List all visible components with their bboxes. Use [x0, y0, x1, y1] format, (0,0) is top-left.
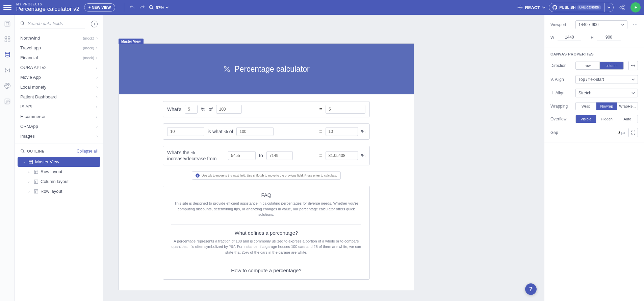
wrapping-group: WrapNowrapWrapRe... [575, 102, 638, 110]
rail-views-icon[interactable] [3, 20, 11, 28]
svg-line-1 [152, 8, 153, 9]
help-button[interactable]: ? [525, 283, 537, 295]
svg-point-5 [623, 5, 624, 7]
overflow-option[interactable]: Hidden [596, 115, 617, 123]
gap-input[interactable] [604, 129, 620, 136]
viewport-more-icon[interactable]: ⋯ [633, 22, 638, 27]
row1-input-1[interactable] [185, 105, 198, 114]
calc-row-2: is what % of = % [163, 123, 370, 140]
tree-item[interactable]: ›Row layout [18, 167, 100, 177]
chevron-right-icon: › [96, 114, 98, 119]
percent-symbol: % [361, 129, 365, 134]
data-source-name: Images [20, 134, 35, 139]
data-source-name: Movie App [20, 75, 41, 80]
menu-icon[interactable] [3, 3, 11, 11]
row2-result[interactable] [326, 127, 358, 136]
halign-value: Stretch [578, 91, 591, 95]
data-source-item[interactable]: E-commerce› [15, 112, 103, 121]
svg-line-23 [23, 24, 25, 25]
row1-input-2[interactable] [216, 105, 242, 114]
data-source-item[interactable]: Movie App› [15, 72, 103, 82]
row3-input-1[interactable] [228, 151, 256, 160]
rail-components-icon[interactable] [3, 35, 11, 43]
tree-item-label: Master View [35, 159, 59, 164]
share-icon[interactable] [618, 4, 626, 11]
mock-badge: (mock) [83, 36, 94, 40]
search-input[interactable] [20, 20, 85, 28]
svg-line-38 [225, 67, 229, 71]
add-data-button[interactable]: + [91, 21, 98, 27]
data-source-item[interactable]: Financial(mock)› [15, 53, 103, 63]
row3-result[interactable] [326, 151, 358, 160]
svg-line-8 [621, 6, 623, 7]
project-block[interactable]: MY PROJECTS Percentage calculator v2 [16, 2, 79, 13]
new-view-button[interactable]: + NEW VIEW [84, 3, 115, 11]
width-input[interactable] [558, 34, 581, 41]
svg-point-22 [21, 22, 24, 24]
canvas-frame[interactable]: Percentage calculator What's % of = [119, 43, 414, 290]
wrapping-option[interactable]: WrapRe... [617, 102, 638, 110]
width-label: W [550, 35, 554, 40]
data-source-item[interactable]: IS API› [15, 102, 103, 112]
svg-rect-13 [8, 37, 10, 39]
valign-select[interactable]: Top / flex-start [575, 75, 638, 84]
data-source-item[interactable]: Travel app(mock)› [15, 43, 103, 53]
rail-variables-icon[interactable] [3, 66, 11, 74]
tree-chevron-icon: › [28, 170, 32, 174]
wrapping-option[interactable]: Wrap [576, 102, 596, 110]
data-source-item[interactable]: Patient Dashboard› [15, 92, 103, 102]
play-button[interactable] [630, 2, 641, 13]
direction-option[interactable]: row [576, 62, 600, 69]
viewport-select[interactable]: 1440 x 900 [575, 20, 627, 29]
layout-icon [28, 160, 33, 164]
svg-point-40 [228, 70, 230, 72]
framework-dropdown[interactable]: REACT [517, 5, 545, 10]
tree-item[interactable]: ⌄Master View [18, 157, 100, 167]
row3-input-2[interactable] [266, 151, 293, 160]
direction-label: Direction [550, 63, 572, 68]
collapse-all-link[interactable]: Collapse all [77, 149, 98, 154]
height-input[interactable] [597, 34, 621, 41]
svg-rect-26 [29, 160, 33, 164]
zoom-value: 67% [155, 5, 164, 10]
chevron-right-icon: › [96, 65, 98, 70]
halign-select[interactable]: Stretch [575, 89, 638, 97]
publish-dropdown[interactable] [604, 3, 613, 12]
chevron-right-icon: › [96, 46, 98, 50]
swap-direction-button[interactable] [628, 61, 638, 70]
row1-result[interactable] [326, 105, 365, 114]
row2-input-1[interactable] [167, 127, 204, 136]
publish-button[interactable]: PUBLISH UNLICENSED [549, 5, 604, 10]
tree-item[interactable]: ›Row layout [18, 186, 100, 196]
rail-theme-icon[interactable] [3, 82, 11, 90]
svg-rect-10 [5, 21, 10, 26]
data-source-name: OURA API v2 [20, 65, 47, 70]
redo-icon[interactable] [138, 4, 146, 11]
valign-value: Top / flex-start [578, 77, 604, 82]
data-source-item[interactable]: Local monefy› [15, 82, 103, 92]
layout-icon [34, 179, 38, 184]
rail-assets-icon[interactable] [3, 97, 11, 106]
svg-line-25 [23, 152, 25, 153]
overflow-option[interactable]: Auto [617, 115, 638, 123]
data-source-item[interactable]: CRMApp› [15, 121, 103, 131]
wrapping-option[interactable]: Nowrap [596, 102, 617, 110]
row2-input-2[interactable] [236, 127, 274, 136]
data-source-item[interactable]: OURA API v2› [15, 63, 103, 72]
gap-link-button[interactable] [628, 128, 638, 137]
chevron-right-icon: › [96, 55, 98, 60]
zoom-control[interactable]: 67% [149, 5, 169, 10]
rail-data-icon[interactable] [3, 51, 11, 59]
data-source-item[interactable]: Images› [15, 131, 103, 141]
tree-item-label: Row layout [41, 169, 62, 174]
tip-banner: i Use tab to move to the next field. Use… [192, 171, 341, 180]
direction-option[interactable]: column [600, 62, 623, 69]
svg-rect-35 [34, 189, 38, 193]
svg-point-21 [6, 100, 7, 101]
svg-point-39 [225, 67, 226, 68]
canvas-view-label: Master View [119, 39, 144, 44]
overflow-option[interactable]: Visible [576, 115, 596, 123]
undo-icon[interactable] [128, 4, 136, 11]
data-source-item[interactable]: Northwind(mock)› [15, 33, 103, 43]
tree-item[interactable]: ›Column layout [18, 177, 100, 186]
